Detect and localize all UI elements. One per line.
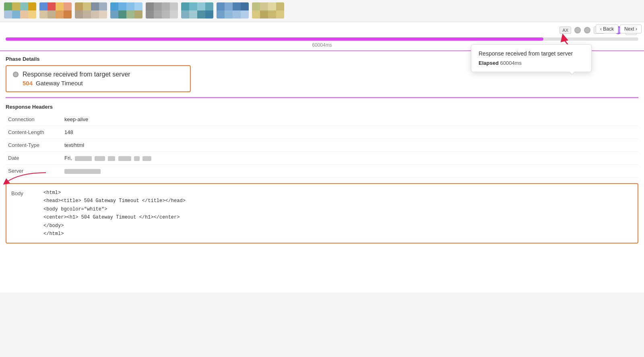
timeline-controls: AX JS ▶ ‹ Back Next ›: [6, 25, 638, 35]
phase-pink-line: [6, 97, 638, 98]
header-val-content-type: text/html: [62, 139, 638, 152]
color-tiles-bar: [0, 0, 644, 22]
error-code: 504: [23, 80, 33, 87]
phase-dot: [13, 72, 19, 77]
redacted-4: [118, 156, 131, 161]
error-text: Gateway Timeout: [36, 80, 83, 87]
node-mid: [584, 27, 590, 33]
timeline-fill: [6, 37, 543, 41]
tooltip-popup: Response received from target server Ela…: [471, 44, 592, 72]
redacted-1: [75, 156, 92, 161]
color-tile-2: [39, 2, 72, 19]
ax-badge: AX: [559, 27, 571, 34]
response-headers-section: Response Headers Connection keep-alive C…: [6, 104, 638, 177]
header-key-date: Date: [6, 152, 62, 165]
color-tile-1: [4, 2, 36, 19]
redacted-6: [142, 156, 151, 161]
content-label: Body: [11, 189, 35, 238]
color-tile-7: [217, 2, 249, 19]
redacted-2: [95, 156, 105, 161]
tooltip-title: Response received from target server: [479, 50, 584, 57]
node-ax: [574, 27, 581, 33]
response-headers-title: Response Headers: [6, 104, 638, 110]
header-val-server: [62, 165, 638, 177]
table-row: Connection keep-alive: [6, 113, 638, 126]
headers-table: Connection keep-alive Content-Length 148…: [6, 113, 638, 177]
header-key-server: Server: [6, 165, 62, 177]
timeline-section: AX JS ▶ ‹ Back Next › 60004ms Response r…: [0, 22, 644, 51]
bottom-section: [6, 249, 638, 253]
redacted-server: [64, 169, 101, 174]
response-content-box: Body <html> <head><title> 504 Gateway Ti…: [6, 183, 638, 244]
phase-title-text: Response received from target server: [23, 71, 130, 78]
color-tile-3: [75, 2, 107, 19]
phase-card: Response received from target server 504…: [6, 65, 191, 92]
color-tile-6: [181, 2, 213, 19]
color-tile-5: [146, 2, 178, 19]
content-body: <html> <head><title> 504 Gateway Timeout…: [43, 189, 633, 238]
header-key-content-type: Content-Type: [6, 139, 62, 152]
main-content: Phase Details Response received from tar…: [0, 51, 644, 293]
tooltip-elapsed: Elapsed 60004ms: [479, 60, 584, 66]
back-button[interactable]: ‹ Back: [596, 25, 618, 33]
table-row: Date Fri,: [6, 152, 638, 165]
tooltip-arrow: [569, 72, 575, 75]
header-val-date: Fri,: [62, 152, 638, 165]
redacted-3: [108, 156, 115, 161]
header-val-connection: keep-alive: [62, 113, 638, 126]
table-row: Content-Type text/html: [6, 139, 638, 152]
table-row: Content-Length 148: [6, 126, 638, 139]
table-row: Server: [6, 165, 638, 177]
header-val-content-length: 148: [62, 126, 638, 139]
phase-card-title-row: Response received from target server: [13, 71, 184, 78]
response-content-section: Body <html> <head><title> 504 Gateway Ti…: [6, 183, 638, 244]
header-key-content-length: Content-Length: [6, 126, 62, 139]
timeline-track: [6, 37, 638, 41]
nav-buttons: ‹ Back Next ›: [596, 25, 642, 33]
next-button[interactable]: Next ›: [620, 25, 642, 33]
color-tile-4: [110, 2, 142, 19]
error-row: 504 Gateway Timeout: [13, 80, 184, 87]
redacted-5: [134, 156, 140, 161]
header-key-connection: Connection: [6, 113, 62, 126]
color-tile-8: [252, 2, 284, 19]
